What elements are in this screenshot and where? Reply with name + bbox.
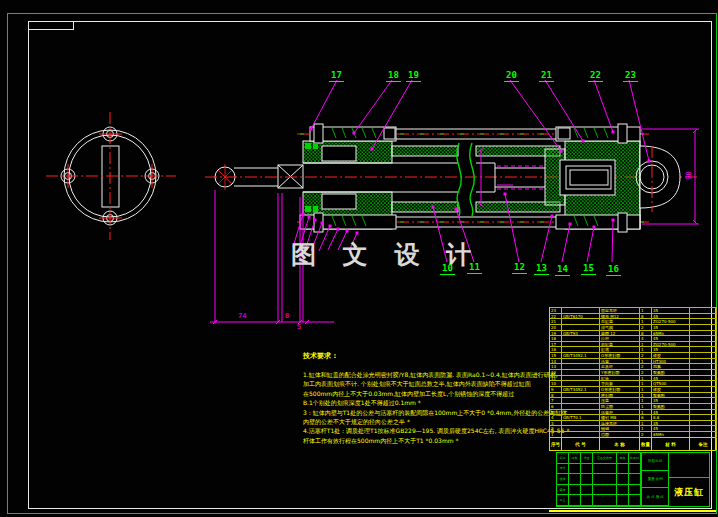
note-line: 在500mm内径上不大于0.03mm,缸体内壁加工长度L,个别锈蚀的深度不得超过 bbox=[303, 389, 555, 398]
bom-header-row: 序号 代 号 名 称 数量 材 料 备注 bbox=[549, 437, 716, 451]
callout-20: 20 bbox=[504, 71, 519, 82]
notes-header: 技术要求 : bbox=[303, 351, 555, 361]
callout-17: 17 bbox=[329, 71, 344, 82]
callout-16: 16 bbox=[606, 265, 621, 276]
notes-body: 1.缸体和缸盖的配合处涂光明密封胶/Y8,缸体内表面防漏. 表面Ra0.1~0.… bbox=[303, 370, 555, 445]
tb-cell: 签名 bbox=[617, 453, 629, 464]
callout-21: 21 bbox=[539, 71, 554, 82]
bom-header-cell: 名 称 bbox=[600, 438, 640, 450]
callout-18: 18 bbox=[386, 71, 401, 82]
tb-cell bbox=[629, 485, 641, 496]
cad-drawing-sheet: 图 文 设 计 1718192021222310111213141516 74 … bbox=[0, 0, 718, 517]
tb-cell: 标记 bbox=[557, 453, 569, 464]
dimension-8: 8 bbox=[285, 313, 289, 320]
tb-stage-label: 阶段标记 bbox=[642, 453, 668, 471]
bom-cell: 2 bbox=[640, 431, 652, 437]
bom-cell: 1 bbox=[550, 431, 562, 437]
note-line: 内壁的公差不大于规定的径向公差之半 * bbox=[303, 417, 555, 426]
callout-10: 10 bbox=[440, 264, 455, 275]
title-block-middle: 阶段标记 重量 比例 共 张 第 张 bbox=[641, 453, 668, 506]
callout-14: 14 bbox=[555, 265, 570, 276]
tb-cell bbox=[581, 474, 593, 485]
tb-cell bbox=[593, 474, 617, 485]
bom-header-cell: 代 号 bbox=[562, 438, 600, 450]
tb-cell bbox=[629, 495, 641, 506]
bom-cell bbox=[690, 431, 717, 437]
dimension-74: 74 bbox=[238, 313, 246, 320]
tb-cell: 分区 bbox=[581, 453, 593, 464]
tb-weight-scale-label: 重量 比例 bbox=[642, 471, 668, 489]
end-view-centerlines bbox=[46, 112, 176, 240]
break-lines bbox=[457, 143, 475, 216]
tb-cell: 审核 bbox=[557, 485, 569, 496]
note-line: 杆体工作有效行程在500mm内径上不大于T1 *0.03mm * bbox=[303, 436, 555, 445]
bom-header-cell: 序号 bbox=[550, 438, 562, 450]
title-block: 标记 处数 分区 更改文件号 签名 年月日 设计 校核 审核 工艺 阶段标记 重 bbox=[556, 452, 710, 507]
cylinder-assembly bbox=[300, 124, 680, 232]
technical-notes: 技术要求 : 1.缸体和缸盖的配合处涂光明密封胶/Y8,缸体内表面防漏. 表面R… bbox=[303, 351, 555, 445]
note-line: 3 : 缸体内壁与T1处的公差与活塞杆的装配间隙在100mm上不大于0 *0.4… bbox=[303, 408, 555, 417]
tb-cell bbox=[581, 485, 593, 496]
tb-sheet-label: 共 张 第 张 bbox=[642, 488, 668, 506]
tb-cell bbox=[593, 485, 617, 496]
dimension-5: 5 bbox=[297, 324, 301, 331]
callout-23: 23 bbox=[623, 71, 638, 82]
note-line: B.1个别处的划痕深度1处不得超过0.1mm * bbox=[303, 398, 555, 407]
bom-header-cell: 数量 bbox=[640, 438, 652, 450]
tb-cell bbox=[569, 495, 581, 506]
tb-cell bbox=[569, 485, 581, 496]
note-line: 4.活塞杆T1处 : 调质处理T1按标准GB229—195. 调质后硬度254C… bbox=[303, 426, 555, 435]
title-block-revision-grid: 标记 处数 分区 更改文件号 签名 年月日 设计 校核 审核 工艺 bbox=[557, 453, 641, 506]
drawing-number-cell bbox=[669, 453, 709, 478]
tb-cell: 设计 bbox=[557, 464, 569, 475]
tb-cell bbox=[581, 464, 593, 475]
tb-cell bbox=[617, 464, 629, 475]
tb-cell: 年月日 bbox=[629, 453, 641, 464]
tb-cell bbox=[617, 474, 629, 485]
drawing-title: 液压缸 bbox=[669, 478, 709, 506]
title-block-right: 液压缸 bbox=[668, 453, 709, 506]
callout-13: 13 bbox=[534, 264, 549, 275]
bom-bottom-rule bbox=[549, 510, 716, 512]
callout-19: 19 bbox=[406, 71, 421, 82]
tb-cell bbox=[569, 474, 581, 485]
callout-12: 12 bbox=[512, 263, 527, 274]
tb-cell bbox=[593, 495, 617, 506]
tb-cell bbox=[617, 495, 629, 506]
tb-cell bbox=[581, 495, 593, 506]
tb-cell bbox=[617, 485, 629, 496]
tb-cell: 工艺 bbox=[557, 495, 569, 506]
tb-cell: 更改文件号 bbox=[593, 453, 617, 464]
tb-cell bbox=[593, 464, 617, 475]
tb-cell bbox=[569, 464, 581, 475]
callout-11: 11 bbox=[467, 263, 482, 274]
bom-table: 23固定耳环13522GB/T6170螺母 M1284521后缸盖1ZG270-… bbox=[549, 307, 716, 437]
callout-22: 22 bbox=[588, 71, 603, 82]
bom-header-cell: 备注 bbox=[690, 438, 717, 450]
bom-row: 1挡圈265Mn bbox=[550, 431, 715, 437]
bom-header-cell: 材 料 bbox=[652, 438, 690, 450]
tb-cell: 处数 bbox=[569, 453, 581, 464]
bom-cell: 65Mn bbox=[652, 431, 690, 437]
callout-15: 15 bbox=[581, 264, 596, 275]
tb-cell: 校核 bbox=[557, 474, 569, 485]
dimension-90: 90 bbox=[686, 171, 693, 179]
note-line: 加工内表面划痕不计. 个别处划痕不大于缸面总数之半,缸体内外表面缺陷不得超过缸面 bbox=[303, 379, 555, 388]
note-line: 1.缸体和缸盖的配合处涂光明密封胶/Y8,缸体内表面防漏. 表面Ra0.1~0.… bbox=[303, 370, 555, 379]
tb-cell bbox=[629, 474, 641, 485]
tb-cell bbox=[629, 464, 641, 475]
bom-cell bbox=[562, 431, 600, 437]
bom-cell: 挡圈 bbox=[600, 431, 640, 437]
